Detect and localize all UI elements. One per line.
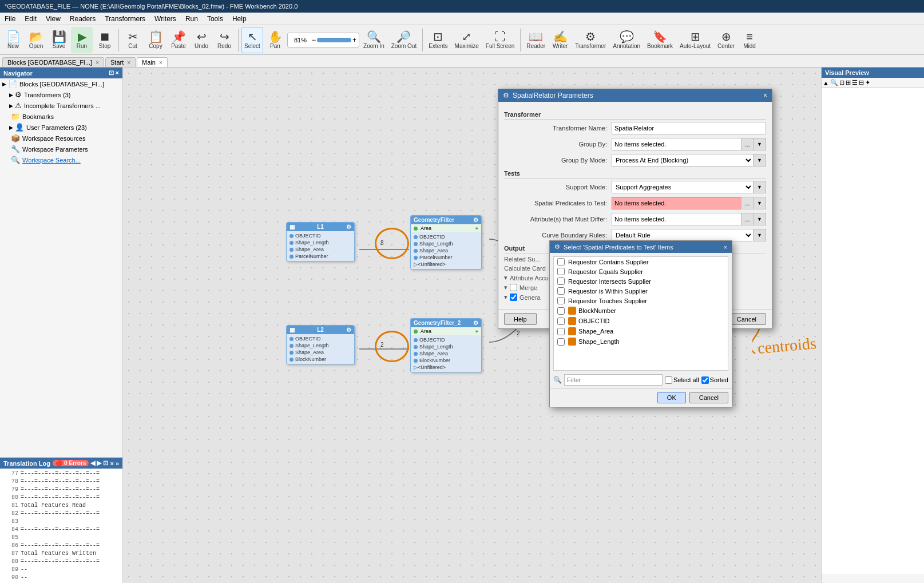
annotation-button[interactable]: 💬 Annotation: [610, 27, 643, 53]
tab-start-close[interactable]: ×: [127, 60, 130, 66]
pan-button[interactable]: ✋ Pan: [264, 27, 286, 53]
si-checkbox-requestor-intersects[interactable]: [557, 277, 565, 285]
extents-button[interactable]: ⊡ Extents: [426, 27, 450, 53]
full-screen-button[interactable]: ⛶ Full Screen: [483, 27, 518, 53]
bookmark-button[interactable]: 🔖 Bookmark: [644, 27, 676, 53]
sp-generate-checkbox[interactable]: [510, 294, 517, 301]
middle-button[interactable]: ≡ Midd: [739, 27, 760, 53]
menu-writers[interactable]: Writers: [150, 14, 181, 24]
si-select-all-label[interactable]: Select all: [665, 376, 699, 384]
si-checkbox-requestor-touches[interactable]: [557, 297, 565, 304]
si-item-requestor-intersects[interactable]: Requestor Intersects Supplier: [554, 276, 728, 286]
zoom-minus[interactable]: −: [312, 36, 316, 44]
nav-item-bookmarks[interactable]: 📁 Bookmarks: [0, 111, 122, 122]
vp-collapse-icon[interactable]: ▲: [823, 80, 829, 86]
copy-button[interactable]: 📋 Copy: [145, 27, 166, 53]
menu-edit[interactable]: Edit: [20, 14, 41, 24]
sp-spatial-predicates-drop-btn[interactable]: ▼: [754, 197, 766, 209]
si-items-list[interactable]: Requestor Contains Supplier Requestor Eq…: [553, 256, 728, 371]
vp-view1-icon[interactable]: ⊡: [839, 79, 844, 86]
run-button[interactable]: ▶ Run: [71, 27, 93, 53]
menu-view[interactable]: View: [41, 14, 65, 24]
sp-group-by-drop-btn[interactable]: ▼: [754, 138, 766, 150]
tab-main[interactable]: Main ×: [137, 57, 168, 67]
si-checkbox-requestor-within[interactable]: [557, 287, 565, 295]
log-expand-icon[interactable]: »: [116, 460, 119, 467]
auto-layout-button[interactable]: ⊞ Auto-Layout: [677, 27, 713, 53]
sp-attributes-differ-dots-btn[interactable]: ...: [741, 213, 754, 225]
si-item-requestor-within[interactable]: Requestor is Within Supplier: [554, 286, 728, 296]
sp-input-group-by[interactable]: [612, 138, 741, 150]
center-button[interactable]: ⊕ Center: [715, 27, 737, 53]
log-float-icon[interactable]: ⊡: [103, 459, 108, 467]
si-cancel-button[interactable]: Cancel: [689, 392, 728, 403]
si-item-shape-length[interactable]: Shape_Length: [554, 336, 728, 347]
sp-merge-checkbox[interactable]: [510, 284, 517, 291]
save-button[interactable]: 💾 Save: [48, 27, 70, 53]
stop-button[interactable]: ⏹ Stop: [94, 27, 116, 53]
sp-cancel-button[interactable]: Cancel: [727, 313, 766, 325]
maximize-button[interactable]: ⤢ Maximize: [452, 27, 482, 53]
si-checkbox-block-number[interactable]: [557, 307, 565, 315]
si-item-objectid[interactable]: OBJECTID: [554, 316, 728, 326]
si-item-requestor-equals[interactable]: Requestor Equals Supplier: [554, 267, 728, 276]
menu-file[interactable]: File: [0, 14, 20, 24]
si-checkbox-requestor-contains[interactable]: [557, 258, 565, 265]
menu-run[interactable]: Run: [181, 14, 203, 24]
si-item-block-number[interactable]: BlockNumber: [554, 306, 728, 316]
si-checkbox-objectid[interactable]: [557, 318, 565, 325]
tab-start[interactable]: Start ×: [105, 57, 136, 67]
sp-group-by-mode-drop[interactable]: ▼: [754, 154, 766, 166]
redo-button[interactable]: ↪ Redo: [213, 27, 235, 53]
sp-select-curve-boundary[interactable]: Default Rule: [612, 229, 754, 241]
sp-group-by-dots-btn[interactable]: ...: [741, 138, 754, 150]
si-filter-input[interactable]: [564, 374, 663, 386]
nav-item-user-params[interactable]: ▶ 👤 User Parameters (23): [0, 122, 122, 133]
open-button[interactable]: 📂 Open: [25, 27, 47, 53]
node-geometry-filter[interactable]: GeometryFilter ⚙ Area ● OBJECTID Shape_L…: [410, 215, 482, 269]
log-next-icon[interactable]: ▶: [97, 459, 101, 467]
tab-main-close[interactable]: ×: [159, 60, 162, 66]
si-checkbox-requestor-equals[interactable]: [557, 268, 565, 275]
vp-settings-icon[interactable]: ✦: [865, 79, 870, 86]
sp-select-group-by-mode[interactable]: Process At End (Blocking): [612, 154, 754, 166]
sp-support-mode-drop[interactable]: ▼: [754, 181, 766, 193]
transformer-button[interactable]: ⚙ Transformer: [572, 27, 609, 53]
si-ok-button[interactable]: OK: [657, 392, 686, 403]
si-checkbox-shape-area[interactable]: [557, 328, 565, 335]
si-checkbox-shape-length[interactable]: [557, 338, 565, 346]
reader-button[interactable]: 📖 Reader: [524, 27, 548, 53]
si-close-icon[interactable]: ×: [724, 244, 727, 251]
zoom-out-button[interactable]: 🔎 Zoom Out: [388, 27, 419, 53]
nav-item-blocks[interactable]: ▶ 📄 Blocks [GEODATABASE_FI...]: [0, 78, 122, 89]
zoom-plus[interactable]: +: [352, 36, 356, 44]
tab-blocks[interactable]: Blocks [GEODATABASE_FI...] ×: [2, 57, 104, 67]
log-prev-icon[interactable]: ◀: [90, 459, 95, 467]
log-body[interactable]: 77=---=--=--=--=--=--=--= 78=---=--=--=-…: [0, 469, 122, 580]
menu-tools[interactable]: Tools: [203, 14, 228, 24]
nav-item-workspace-resources[interactable]: 📦 Workspace Resources: [0, 133, 122, 144]
writer-button[interactable]: ✍ Writer: [549, 27, 571, 53]
new-button[interactable]: 📄 New: [2, 27, 24, 53]
sp-select-support-mode[interactable]: Support Aggregates: [612, 181, 754, 193]
nav-item-transformers[interactable]: ▶ ⚙ Transformers (3): [0, 89, 122, 100]
paste-button[interactable]: 📌 Paste: [168, 27, 189, 53]
zoom-input[interactable]: [290, 37, 311, 43]
undo-button[interactable]: ↩ Undo: [191, 27, 212, 53]
nav-float-icon[interactable]: ⊡: [109, 69, 114, 77]
sp-input-transformer-name[interactable]: [612, 122, 766, 134]
nav-close-icon[interactable]: ×: [116, 69, 119, 77]
vp-view3-icon[interactable]: ☰: [852, 79, 858, 86]
log-close-icon[interactable]: ×: [110, 460, 113, 467]
sp-input-attributes-differ[interactable]: [612, 213, 741, 225]
menu-transformers[interactable]: Transformers: [100, 14, 150, 24]
si-item-shape-area[interactable]: Shape_Area: [554, 326, 728, 336]
node-l2[interactable]: ▦ L2 ⚙ OBJECTID Shape_Length Shape_Area …: [286, 325, 355, 364]
sp-spatial-predicates-dots-btn[interactable]: ...: [741, 197, 754, 209]
menu-readers[interactable]: Readers: [65, 14, 100, 24]
tab-blocks-close[interactable]: ×: [96, 60, 99, 66]
nav-item-workspace-search[interactable]: 🔍 Workspace Search...: [0, 154, 122, 165]
nav-item-workspace-params[interactable]: 🔧 Workspace Parameters: [0, 144, 122, 154]
vp-view4-icon[interactable]: ⊟: [859, 79, 864, 86]
sp-help-button[interactable]: Help: [504, 313, 537, 325]
